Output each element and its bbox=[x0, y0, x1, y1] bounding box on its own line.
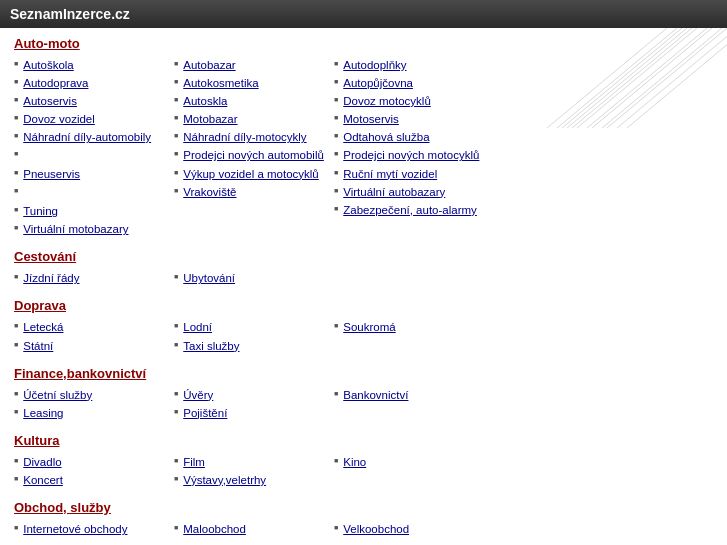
columns-wrapper-finance-bankovnictvi: Účetní službyLeasingÚvěryPojištěníBankov… bbox=[14, 387, 713, 423]
list-item-link-doprava-1-0[interactable]: Lodní bbox=[183, 319, 212, 335]
list-item: Dovoz motocyklů bbox=[334, 93, 494, 109]
columns-wrapper-cestovani: Jízdní řádyUbytování bbox=[14, 270, 713, 288]
list-item: Odtahová služba bbox=[334, 129, 494, 145]
list-item-link-auto-moto-2-5[interactable]: Prodejci nových motocyklů bbox=[343, 147, 479, 163]
list-item-link-finance-bankovnictvi-0-1[interactable]: Leasing bbox=[23, 405, 63, 421]
list-item: Státní bbox=[14, 338, 174, 354]
list-item: Virtuální autobazary bbox=[334, 184, 494, 200]
list-item-link-cestovani-0-0[interactable]: Jízdní řády bbox=[23, 270, 79, 286]
column-finance-bankovnictvi-2: Bankovnictví bbox=[334, 387, 494, 423]
list-item-link-auto-moto-1-7[interactable]: Vrakoviště bbox=[183, 184, 236, 200]
list-doprava-1: LodníTaxi služby bbox=[174, 319, 334, 353]
list-item: Zabezpečení, auto-alarmy bbox=[334, 202, 494, 218]
list-item: Ruční mytí vozidel bbox=[334, 166, 494, 182]
list-item-link-auto-moto-1-4[interactable]: Náhradní díly-motocykly bbox=[183, 129, 306, 145]
list-kultura-1: FilmVýstavy,veletrhy bbox=[174, 454, 334, 488]
column-kultura-1: FilmVýstavy,veletrhy bbox=[174, 454, 334, 490]
list-item-link-doprava-1-1[interactable]: Taxi služby bbox=[183, 338, 239, 354]
column-cestovani-0: Jízdní řády bbox=[14, 270, 174, 288]
list-item: Úvěry bbox=[174, 387, 334, 403]
column-finance-bankovnictvi-0: Účetní službyLeasing bbox=[14, 387, 174, 423]
list-item: Tuning bbox=[14, 203, 174, 219]
list-item: Taxi služby bbox=[174, 338, 334, 354]
category-title-auto-moto[interactable]: Auto-moto bbox=[14, 36, 713, 51]
list-item-link-auto-moto-0-1[interactable]: Autodoprava bbox=[23, 75, 88, 91]
list-item-link-doprava-0-1[interactable]: Státní bbox=[23, 338, 53, 354]
columns-wrapper-doprava: LeteckáStátníLodníTaxi službySoukromá bbox=[14, 319, 713, 355]
list-item-link-cestovani-1-0[interactable]: Ubytování bbox=[183, 270, 235, 286]
column-finance-bankovnictvi-1: ÚvěryPojištění bbox=[174, 387, 334, 423]
column-obchod-sluzby-0: Internetové obchody bbox=[14, 521, 174, 539]
list-obchod-sluzby-0: Internetové obchody bbox=[14, 521, 174, 537]
list-item-link-auto-moto-1-3[interactable]: Motobazar bbox=[183, 111, 237, 127]
list-item-link-auto-moto-2-4[interactable]: Odtahová služba bbox=[343, 129, 429, 145]
site-title: SeznamInzerce.cz bbox=[10, 6, 130, 22]
category-title-kultura[interactable]: Kultura bbox=[14, 433, 713, 448]
list-item-link-auto-moto-2-8[interactable]: Zabezpečení, auto-alarmy bbox=[343, 202, 477, 218]
list-item: Virtuální motobazary bbox=[14, 221, 174, 237]
list-item: Výkup vozidel a motocyklů bbox=[174, 166, 334, 182]
list-item-link-finance-bankovnictvi-1-1[interactable]: Pojištění bbox=[183, 405, 227, 421]
list-item-link-finance-bankovnictvi-1-0[interactable]: Úvěry bbox=[183, 387, 213, 403]
list-item: Autodoplňky bbox=[334, 57, 494, 73]
list-item-link-auto-moto-0-0[interactable]: Autoškola bbox=[23, 57, 74, 73]
category-section-cestovani: CestováníJízdní řádyUbytování bbox=[14, 249, 713, 288]
category-title-cestovani[interactable]: Cestování bbox=[14, 249, 713, 264]
list-item-link-kultura-0-0[interactable]: Divadlo bbox=[23, 454, 61, 470]
list-item-link-obchod-sluzby-1-0[interactable]: Maloobchod bbox=[183, 521, 246, 537]
list-item: Náhradní díly-automobily bbox=[14, 129, 174, 145]
list-item-link-auto-moto-2-0[interactable]: Autodoplňky bbox=[343, 57, 406, 73]
list-item-link-auto-moto-2-2[interactable]: Dovoz motocyklů bbox=[343, 93, 431, 109]
list-item-spacer bbox=[14, 147, 174, 164]
column-auto-moto-0: AutoškolaAutodopravaAutoservisDovoz vozi… bbox=[14, 57, 174, 239]
list-item-link-doprava-0-0[interactable]: Letecká bbox=[23, 319, 63, 335]
list-item-link-auto-moto-1-0[interactable]: Autobazar bbox=[183, 57, 235, 73]
list-cestovani-1: Ubytování bbox=[174, 270, 334, 286]
list-item-link-auto-moto-0-2[interactable]: Autoservis bbox=[23, 93, 77, 109]
list-item-link-auto-moto-0-9[interactable]: Virtuální motobazary bbox=[23, 221, 128, 237]
column-obchod-sluzby-2: Velkoobchod bbox=[334, 521, 494, 539]
list-item: Bankovnictví bbox=[334, 387, 494, 403]
category-section-obchod-sluzby: Obchod, službyInternetové obchodyMaloobc… bbox=[14, 500, 713, 539]
columns-wrapper-obchod-sluzby: Internetové obchodyMaloobchodVelkoobchod bbox=[14, 521, 713, 539]
list-item: Autoservis bbox=[14, 93, 174, 109]
list-item-link-auto-moto-1-1[interactable]: Autokosmetika bbox=[183, 75, 258, 91]
list-item-link-finance-bankovnictvi-2-0[interactable]: Bankovnictví bbox=[343, 387, 408, 403]
list-item-link-kultura-2-0[interactable]: Kino bbox=[343, 454, 366, 470]
list-item-link-auto-moto-2-3[interactable]: Motoservis bbox=[343, 111, 399, 127]
list-item-link-auto-moto-2-6[interactable]: Ruční mytí vozidel bbox=[343, 166, 437, 182]
category-section-kultura: KulturaDivadloKoncertFilmVýstavy,veletrh… bbox=[14, 433, 713, 490]
list-item-link-auto-moto-1-2[interactable]: Autoskla bbox=[183, 93, 227, 109]
list-item: Motoservis bbox=[334, 111, 494, 127]
list-item-link-kultura-1-0[interactable]: Film bbox=[183, 454, 205, 470]
list-item-link-finance-bankovnictvi-0-0[interactable]: Účetní služby bbox=[23, 387, 92, 403]
list-auto-moto-1: AutobazarAutokosmetikaAutosklaMotobazarN… bbox=[174, 57, 334, 200]
list-item: Soukromá bbox=[334, 319, 494, 335]
list-item-link-auto-moto-1-5[interactable]: Prodejci nových automobilů bbox=[183, 147, 324, 163]
category-title-doprava[interactable]: Doprava bbox=[14, 298, 713, 313]
list-cestovani-0: Jízdní řády bbox=[14, 270, 174, 286]
column-doprava-1: LodníTaxi služby bbox=[174, 319, 334, 355]
list-item: Autoškola bbox=[14, 57, 174, 73]
columns-wrapper-kultura: DivadloKoncertFilmVýstavy,veletrhyKino bbox=[14, 454, 713, 490]
list-item: Lodní bbox=[174, 319, 334, 335]
list-item-link-auto-moto-0-6[interactable]: Pneuservis bbox=[23, 166, 80, 182]
list-item-link-auto-moto-0-8[interactable]: Tuning bbox=[23, 203, 58, 219]
list-item-link-auto-moto-0-4[interactable]: Náhradní díly-automobily bbox=[23, 129, 151, 145]
list-item-link-kultura-1-1[interactable]: Výstavy,veletrhy bbox=[183, 472, 266, 488]
list-item: Internetové obchody bbox=[14, 521, 174, 537]
list-item-link-auto-moto-0-3[interactable]: Dovoz vozidel bbox=[23, 111, 95, 127]
list-item-link-obchod-sluzby-2-0[interactable]: Velkoobchod bbox=[343, 521, 409, 537]
list-item-link-auto-moto-2-1[interactable]: Autopůjčovna bbox=[343, 75, 413, 91]
list-item: Velkoobchod bbox=[334, 521, 494, 537]
list-item-link-auto-moto-1-6[interactable]: Výkup vozidel a motocyklů bbox=[183, 166, 319, 182]
list-item-link-obchod-sluzby-0-0[interactable]: Internetové obchody bbox=[23, 521, 127, 537]
columns-wrapper-auto-moto: AutoškolaAutodopravaAutoservisDovoz vozi… bbox=[14, 57, 713, 239]
list-item-link-doprava-2-0[interactable]: Soukromá bbox=[343, 319, 395, 335]
list-auto-moto-2: AutodoplňkyAutopůjčovnaDovoz motocyklůMo… bbox=[334, 57, 494, 218]
category-title-finance-bankovnictvi[interactable]: Finance,bankovnictví bbox=[14, 366, 713, 381]
category-title-obchod-sluzby[interactable]: Obchod, služby bbox=[14, 500, 713, 515]
list-item-link-auto-moto-2-7[interactable]: Virtuální autobazary bbox=[343, 184, 445, 200]
list-item-link-kultura-0-1[interactable]: Koncert bbox=[23, 472, 63, 488]
list-item: Účetní služby bbox=[14, 387, 174, 403]
